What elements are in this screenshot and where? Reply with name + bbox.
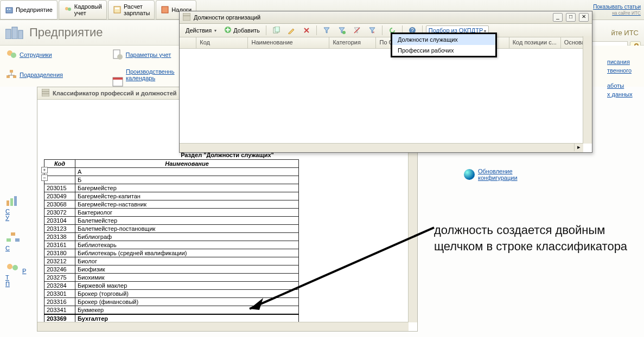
positions-titlebar[interactable]: Должности организаций _ □ ✕ [180,11,592,24]
people-icon [63,5,72,14]
add-button[interactable]: Добавить [221,24,263,36]
employees-icon [5,49,17,61]
close-button[interactable]: ✕ [579,13,589,22]
col-poscode[interactable]: Код позиции с... [509,37,561,48]
th-name: Наименование [75,160,299,168]
link-subdivisions[interactable]: Подразделения [5,69,63,81]
table-icon [42,89,49,98]
svg-rect-33 [275,27,279,32]
link-employees[interactable]: Сотрудники [5,49,52,61]
col-code[interactable]: Код [196,37,248,48]
svg-rect-18 [7,75,10,78]
people-small-icon [5,262,21,273]
org-tree-icon [5,69,17,81]
letter-row[interactable]: А [44,168,299,176]
toolbar-filter2-icon[interactable] [335,25,348,36]
tree-buttons: + − [41,167,49,181]
svg-rect-17 [10,70,13,73]
minimize-button[interactable]: _ [553,13,563,22]
svg-point-4 [68,8,71,11]
link-accounting-params[interactable]: Параметры учет [112,49,171,61]
toolbar-filter1-icon[interactable] [320,25,333,36]
th-code: Код [44,160,75,168]
calc-icon [113,5,122,14]
tree-expand-icon[interactable]: + [41,167,48,173]
svg-rect-0 [6,8,12,13]
tree-collapse-icon[interactable]: − [41,174,48,181]
table-row[interactable]: 203049Багермейстер-капитан [44,192,299,200]
svg-rect-23 [113,77,123,80]
svg-rect-43 [7,200,9,206]
toolbar-filterclear-icon[interactable]: × [366,25,379,36]
dropdown-item-positions[interactable]: Должности служащих [392,34,495,45]
building-icon [5,5,14,14]
col-marker[interactable] [180,37,196,48]
right-link-4[interactable]: х данных [607,90,640,99]
tab-label: Расчет зарплаты [124,3,150,16]
toolbar-edit-icon[interactable] [285,25,298,36]
its-hint[interactable]: Показывать статьина сайте ИТС [593,4,644,16]
tab-hr[interactable]: Кадровый учет [59,0,107,20]
left-link-4[interactable]: Р [22,268,26,274]
its-search: йте ИТС [611,29,639,37]
annotation-arrow [233,217,450,325]
svg-text:×: × [372,30,375,34]
table-icon [183,13,190,22]
okpdtr-dropdown-menu: Должности служащих Профессии рабочих [391,33,497,57]
left-partial-links: С У С Р Т П [5,195,33,298]
left-link-3[interactable]: С [5,245,10,251]
svg-point-50 [12,265,18,270]
toolbar-filteroff-icon[interactable] [350,25,364,36]
positions-title: Должности организаций [194,14,260,21]
svg-rect-45 [14,196,17,206]
svg-rect-9 [12,27,17,39]
right-link-2[interactable]: твенного [607,66,640,75]
doc-gear-icon [112,49,124,61]
positions-grid-header: Код Наименование Категория По О Код пози… [180,37,592,49]
svg-rect-10 [18,30,23,39]
buildings-icon [5,26,23,39]
plus-icon [224,26,232,35]
svg-point-49 [7,264,12,269]
link-prod-calendar[interactable]: Производственнь календарь [112,68,175,81]
annotation-text: должность создается двойным щелчком в ст… [434,222,640,255]
svg-point-3 [65,7,68,10]
maximize-button[interactable]: □ [566,13,576,22]
svg-rect-19 [13,75,16,78]
right-link-3[interactable]: аботы [607,81,640,90]
tab-salary[interactable]: Расчет зарплаты [108,0,155,20]
svg-point-16 [117,54,123,60]
dropdown-item-professions[interactable]: Профессии рабочих [392,45,495,56]
toolbar-delete-icon[interactable] [300,25,313,36]
right-partial-links: писания твенного аботы х данных [607,57,640,99]
table-row[interactable]: 203072Бактериолог [44,209,299,217]
positions-scroll-v[interactable] [583,36,592,144]
svg-marker-42 [250,298,263,310]
tab-label: Кадровый учет [74,3,102,16]
left-link-1[interactable]: С [5,208,10,215]
svg-point-14 [11,53,16,58]
left-link-5[interactable]: Т [5,274,9,281]
col-name[interactable]: Наименование [248,37,329,48]
svg-rect-44 [10,198,13,206]
right-link-1[interactable]: писания [607,57,640,66]
table-row[interactable]: 203015Багермейстер [44,184,299,192]
col-category[interactable]: Категория [329,37,376,48]
globe-icon [464,169,475,180]
svg-rect-8 [5,29,11,39]
tab-enterprise[interactable]: Предприятие [0,0,58,20]
toolbar-copy-icon[interactable] [270,25,283,36]
positions-window: Должности организаций _ □ ✕ Действия▾ До… [179,11,592,153]
left-link-6[interactable]: П [5,281,10,287]
update-config-link[interactable]: Обновление конфигурации [464,168,518,181]
svg-rect-6 [115,8,119,9]
positions-scroll-h[interactable]: ▸ [180,143,583,152]
left-link-2[interactable]: У [5,215,9,221]
page-title: Предприятие [29,25,103,40]
svg-rect-7 [162,7,168,13]
letter-row[interactable]: Б [44,176,299,184]
actions-menu[interactable]: Действия▾ [183,25,219,35]
positions-grid-body[interactable] [180,49,592,141]
svg-rect-2 [9,9,10,10]
table-row[interactable]: 203068Багермейстер-наставник [44,200,299,209]
